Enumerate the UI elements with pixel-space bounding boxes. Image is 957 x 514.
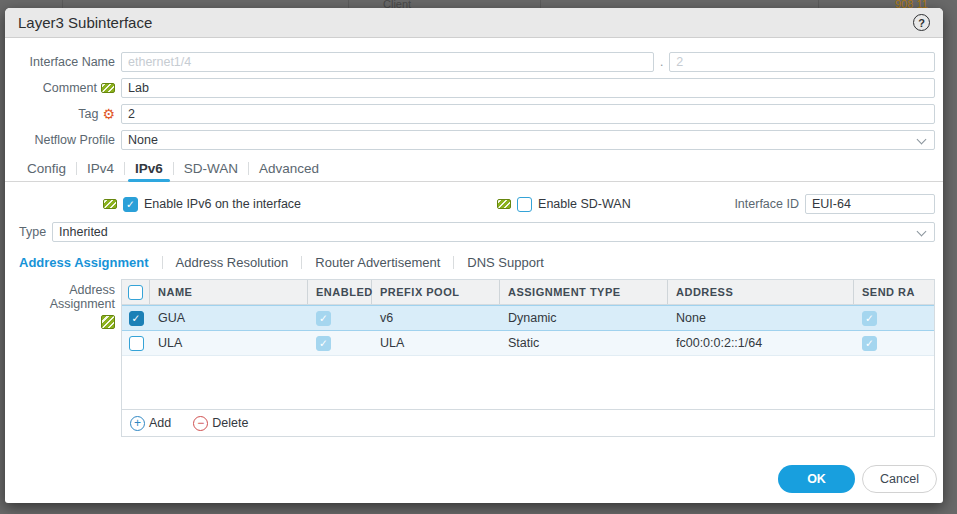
enabled-checkbox: ✓: [316, 336, 331, 351]
table-row-gua[interactable]: ✓ GUA ✓ v6 Dynamic None ✓: [122, 305, 934, 331]
tab-ipv4[interactable]: IPv4: [77, 156, 124, 181]
tag-input[interactable]: [121, 104, 935, 124]
check-icon: ✓: [865, 338, 874, 349]
check-icon: ✓: [319, 313, 328, 324]
cell-enabled: ✓: [308, 331, 372, 355]
subtab-dns-support[interactable]: DNS Support: [454, 255, 557, 270]
cell-address: fc00:0:0:2::1/64: [668, 331, 854, 355]
ok-button[interactable]: OK: [778, 465, 855, 493]
comment-row: Comment: [15, 78, 935, 98]
background-text: 908 11: [895, 0, 928, 8]
check-icon: ✓: [319, 338, 328, 349]
cell-assignment-type: Static: [500, 331, 668, 355]
gear-override-icon: ⚙: [102, 107, 115, 121]
interface-id-input[interactable]: [805, 194, 935, 214]
template-override-icon: [103, 199, 117, 209]
address-assignment-section: Address Assignment ✓ NAME ENABLED PREFIX…: [15, 279, 935, 437]
dialog-titlebar: Layer3 Subinterface ?: [5, 8, 943, 38]
tab-sd-wan[interactable]: SD-WAN: [174, 156, 248, 181]
interface-id-group: Interface ID: [734, 194, 935, 214]
add-icon: +: [130, 416, 145, 431]
cell-send-ra: ✓: [854, 306, 934, 330]
netflow-profile-label: Netflow Profile: [15, 133, 115, 147]
cell-enabled: ✓: [308, 306, 372, 330]
ipv6-options-row: ✓ Enable IPv6 on the interface ✓ Enable …: [15, 195, 935, 213]
subtab-address-assignment[interactable]: Address Assignment: [15, 255, 162, 270]
send-ra-checkbox: ✓: [862, 336, 877, 351]
general-form: Interface Name . Comment Tag ⚙: [5, 38, 943, 150]
enable-ipv6-group: ✓ Enable IPv6 on the interface: [103, 197, 301, 212]
enable-ipv6-checkbox[interactable]: ✓: [123, 197, 138, 212]
tag-label: Tag ⚙: [15, 107, 115, 121]
help-icon[interactable]: ?: [913, 14, 930, 31]
enable-sdwan-group: ✓ Enable SD-WAN: [497, 197, 631, 212]
type-label: Type: [19, 225, 46, 239]
tab-advanced[interactable]: Advanced: [249, 156, 329, 181]
row-select-cell: ✓: [122, 331, 150, 355]
column-header-prefix-pool[interactable]: PREFIX POOL: [372, 280, 500, 304]
cell-address: None: [668, 306, 854, 330]
ipv6-subtab-bar: Address Assignment Address Resolution Ro…: [15, 253, 935, 271]
send-ra-checkbox: ✓: [862, 311, 877, 326]
background-divider: [62, 0, 63, 8]
cell-assignment-type: Dynamic: [500, 306, 668, 330]
subtab-address-resolution[interactable]: Address Resolution: [163, 255, 302, 270]
tab-bar: Config IPv4 IPv6 SD-WAN Advanced: [5, 156, 943, 182]
background-app-strip: Client 908 11: [0, 0, 957, 8]
check-icon: ✓: [126, 199, 135, 210]
table-empty-area: [122, 356, 934, 409]
cell-prefix-pool: v6: [372, 306, 500, 330]
netflow-row: Netflow Profile None: [15, 130, 935, 150]
address-assignment-label: Address Assignment: [15, 279, 115, 437]
tab-ipv6[interactable]: IPv6: [125, 156, 173, 181]
column-header-send-ra[interactable]: SEND RA: [854, 280, 934, 304]
column-header-enabled[interactable]: ENABLED: [308, 280, 372, 304]
select-all-checkbox[interactable]: ✓: [128, 285, 143, 300]
cancel-button[interactable]: Cancel: [862, 465, 937, 493]
select-all-cell: ✓: [122, 280, 150, 304]
enabled-checkbox: ✓: [316, 311, 331, 326]
row-checkbox[interactable]: ✓: [129, 336, 144, 351]
template-override-icon: [497, 199, 511, 209]
background-divider: [540, 0, 541, 8]
background-divider: [348, 0, 349, 8]
address-assignment-table: ✓ NAME ENABLED PREFIX POOL ASSIGNMENT TY…: [121, 279, 935, 437]
tag-row: Tag ⚙: [15, 104, 935, 124]
column-header-assignment-type[interactable]: ASSIGNMENT TYPE: [500, 280, 668, 304]
table-row-ula[interactable]: ✓ ULA ✓ ULA Static fc00:0:0:2::1/64 ✓: [122, 331, 934, 356]
layer3-subinterface-dialog: Layer3 Subinterface ? Interface Name . C…: [5, 8, 943, 503]
table-header: ✓ NAME ENABLED PREFIX POOL ASSIGNMENT TY…: [122, 280, 934, 305]
cell-name: ULA: [150, 331, 308, 355]
comment-input[interactable]: [121, 78, 935, 98]
type-select[interactable]: Inherited: [52, 222, 935, 242]
interface-name-input: [121, 52, 654, 72]
enable-sdwan-checkbox[interactable]: ✓: [517, 197, 532, 212]
netflow-profile-select[interactable]: None: [121, 130, 935, 150]
cell-send-ra: ✓: [854, 331, 934, 355]
cell-name: GUA: [150, 306, 308, 330]
subinterface-separator: .: [660, 55, 663, 69]
column-header-name[interactable]: NAME: [150, 280, 308, 304]
interface-id-label: Interface ID: [734, 197, 799, 211]
dialog-footer: OK Cancel: [778, 465, 937, 493]
interface-name-row: Interface Name .: [15, 52, 935, 72]
add-button[interactable]: + Add: [130, 416, 171, 431]
column-header-address[interactable]: ADDRESS: [668, 280, 854, 304]
check-icon: ✓: [865, 313, 874, 324]
template-override-icon: [101, 315, 115, 329]
chevron-down-icon: [917, 135, 927, 145]
subtab-router-advertisement[interactable]: Router Advertisement: [302, 255, 453, 270]
check-icon: ✓: [132, 313, 141, 324]
tab-config[interactable]: Config: [17, 156, 76, 181]
table-footer: + Add − Delete: [122, 409, 934, 436]
background-divider: [818, 0, 819, 8]
comment-label: Comment: [15, 81, 115, 95]
delete-button[interactable]: − Delete: [193, 416, 248, 431]
dialog-title: Layer3 Subinterface: [18, 14, 152, 31]
enable-ipv6-label: Enable IPv6 on the interface: [144, 197, 301, 211]
interface-name-label: Interface Name: [15, 55, 115, 69]
delete-icon: −: [193, 416, 208, 431]
enable-sdwan-label: Enable SD-WAN: [538, 197, 631, 211]
row-checkbox[interactable]: ✓: [129, 311, 144, 326]
chevron-down-icon: [917, 227, 927, 237]
